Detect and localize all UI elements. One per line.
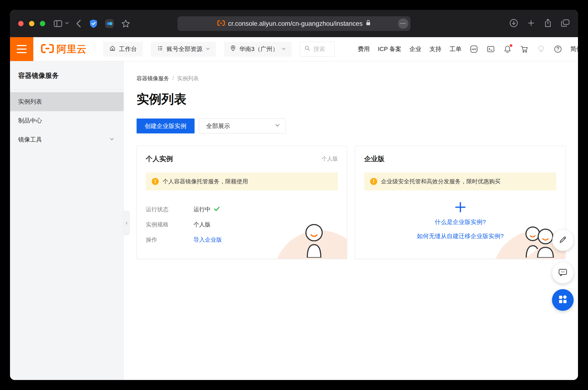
notice-banner: ! 个人容器镜像托管服务，限额使用: [146, 172, 338, 190]
language-switcher[interactable]: 简体: [570, 45, 578, 53]
close-window-button[interactable]: [18, 21, 24, 26]
feedback-fab-button[interactable]: [552, 262, 573, 283]
notice-text: 企业级安全托管和高效分发服务，限时优惠购买: [381, 178, 500, 185]
breadcrumb-current: 实例列表: [177, 75, 199, 82]
workbench-label: 工作台: [119, 45, 137, 53]
quick-apps-fab-button[interactable]: [552, 289, 574, 311]
more-options-icon[interactable]: ···: [398, 18, 408, 29]
sidebar-title: 容器镜像服务: [10, 61, 124, 90]
site-favicon-icon: [217, 20, 225, 27]
resources-icon: [157, 45, 163, 53]
notice-text: 个人容器镜像托管服务，限额使用: [163, 178, 248, 185]
tab-overview-icon[interactable]: [561, 19, 570, 28]
field-label: 操作: [146, 236, 193, 244]
cart-icon[interactable]: [520, 45, 529, 53]
field-label: 实例规格: [146, 221, 193, 228]
field-row-spec: 实例规格 个人版: [146, 220, 338, 229]
zoom-window-button[interactable]: [40, 21, 45, 26]
bell-icon[interactable]: [503, 45, 512, 53]
sidebar-item-label: 镜像工具: [18, 136, 42, 144]
resources-dropdown[interactable]: 账号全部资源: [151, 42, 216, 57]
menu-item-support[interactable]: 支持: [429, 45, 441, 53]
menu-item-billing[interactable]: 费用: [358, 45, 370, 53]
minimize-window-button[interactable]: [29, 21, 34, 26]
menu-item-tickets[interactable]: 工单: [450, 45, 461, 53]
lock-icon: [366, 20, 371, 28]
sidebar-item-label: 制品中心: [18, 117, 42, 125]
warning-icon: !: [152, 178, 159, 185]
workbench-button[interactable]: 工作台: [103, 42, 143, 57]
shield-extension-icon[interactable]: [89, 19, 98, 28]
warning-icon: !: [370, 178, 377, 185]
back-icon[interactable]: [75, 19, 82, 28]
breadcrumb-separator: /: [172, 75, 174, 82]
chevron-down-icon: [109, 136, 114, 143]
url-text: cr.console.aliyun.com/cn-guangzhou/insta…: [228, 20, 363, 27]
menu-item-enterprise[interactable]: 企业: [409, 45, 421, 53]
breadcrumb-root[interactable]: 容器镜像服务: [137, 75, 169, 82]
page-title: 实例列表: [137, 91, 578, 107]
traffic-lights: [18, 21, 45, 26]
search-icon: [304, 45, 311, 53]
brand-text: 阿里云: [57, 43, 87, 56]
search-placeholder: 搜索: [313, 45, 325, 53]
chevron-down-icon[interactable]: [65, 21, 69, 26]
pencil-icon: [558, 235, 567, 245]
field-label: 运行状态: [146, 206, 193, 213]
what-is-enterprise-link[interactable]: 什么是企业版实例?: [364, 218, 556, 226]
bulb-icon[interactable]: [537, 45, 545, 53]
location-pin-icon: [230, 45, 236, 53]
notification-dot: [510, 44, 512, 47]
region-dropdown[interactable]: 华南3（广州）: [224, 42, 292, 57]
sidebar-item-image-tools[interactable]: 镜像工具: [10, 130, 124, 149]
aliyun-logo[interactable]: 阿里云: [41, 43, 87, 56]
import-enterprise-link[interactable]: 导入企业版: [193, 236, 222, 244]
search-input[interactable]: 搜索: [300, 42, 335, 57]
address-bar[interactable]: cr.console.aliyun.com/cn-guangzhou/insta…: [177, 16, 411, 31]
chevron-down-icon: [275, 123, 280, 130]
card-title: 企业版: [364, 154, 385, 163]
chevron-down-icon: [206, 46, 210, 53]
plus-icon[interactable]: [453, 200, 467, 215]
app-icon[interactable]: APP: [470, 45, 478, 53]
sidebar: 容器镜像服务 实例列表 制品中心 镜像工具: [10, 61, 124, 380]
filter-value: 全部展示: [206, 122, 230, 130]
status-value: 运行中: [193, 206, 211, 213]
region-label: 华南3（广州）: [239, 45, 278, 53]
star-icon[interactable]: [121, 19, 130, 28]
edition-badge: 个人版: [322, 155, 338, 162]
sidebar-item-artifacts[interactable]: 制品中心: [10, 111, 124, 130]
notice-banner: ! 企业级安全托管和高效分发服务，限时优惠购买: [364, 172, 556, 190]
new-tab-icon[interactable]: [527, 19, 535, 28]
field-row-actions: 操作 导入企业版: [146, 235, 338, 245]
chat-icon: [558, 268, 568, 278]
sidebar-item-instances[interactable]: 实例列表: [10, 92, 124, 111]
sidebar-toggle-icon[interactable]: [53, 20, 63, 28]
edit-fab-button[interactable]: [552, 230, 573, 251]
terminal-icon[interactable]: [486, 45, 495, 53]
console-top-nav: 阿里云 工作台 账号全部资源: [10, 37, 578, 61]
spec-value: 个人版: [193, 221, 211, 228]
main-content: 容器镜像服务 / 实例列表 实例列表 创建企业版实例 全部展示 个人实: [124, 61, 578, 380]
help-icon[interactable]: [554, 45, 562, 53]
downloads-icon[interactable]: [509, 18, 518, 29]
display-filter-select[interactable]: 全部展示: [199, 119, 286, 133]
browser-toolbar: cr.console.aliyun.com/cn-guangzhou/insta…: [10, 10, 578, 37]
browser-window: cr.console.aliyun.com/cn-guangzhou/insta…: [10, 10, 578, 380]
hamburger-menu-icon[interactable]: [10, 37, 33, 61]
share-icon[interactable]: [544, 18, 552, 29]
svg-text:APP: APP: [471, 48, 477, 51]
card-title: 个人实例: [146, 154, 173, 163]
sidebar-item-label: 实例列表: [18, 98, 42, 106]
breadcrumb: 容器镜像服务 / 实例列表: [137, 75, 578, 82]
migrate-enterprise-link[interactable]: 如何无缝从自建迁移企业版实例?: [364, 232, 556, 240]
sidebar-collapse-handle[interactable]: ‹: [124, 211, 130, 235]
divider: [95, 44, 95, 54]
resources-label: 账号全部资源: [167, 45, 202, 53]
field-row-status: 运行状态 运行中: [146, 204, 338, 214]
chevron-down-icon: [282, 46, 286, 53]
menu-item-icp[interactable]: ICP 备案: [378, 45, 401, 53]
create-enterprise-instance-button[interactable]: 创建企业版实例: [137, 119, 195, 133]
personal-instance-card: 个人实例 个人版 ! 个人容器镜像托管服务，限额使用 运行状态 运行中: [137, 146, 347, 259]
extension-icon[interactable]: [105, 19, 114, 28]
